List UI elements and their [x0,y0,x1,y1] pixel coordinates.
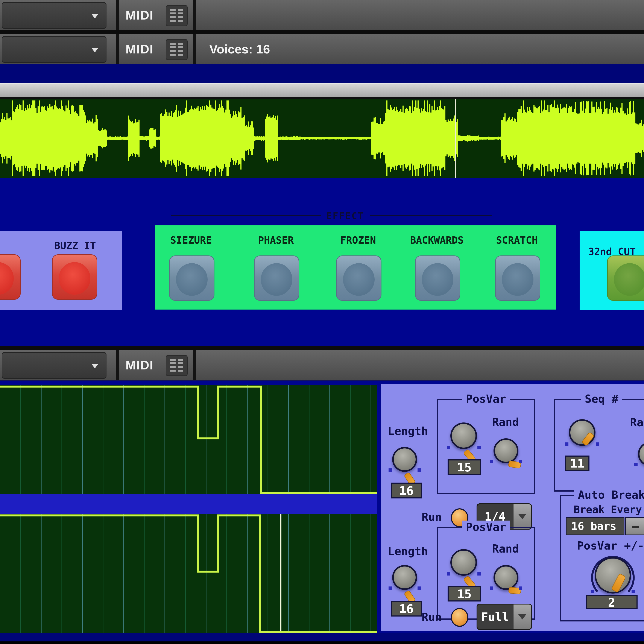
waveform-display[interactable] [0,99,644,178]
effect-group-title: EFFECT [327,211,364,221]
preset-dropdown-3[interactable] [2,352,106,379]
host-bar-1: MIDI [0,0,644,30]
rand-label-top: Rand [492,416,519,428]
dropdown-arrow-button[interactable] [513,605,531,629]
legend-line [171,215,321,216]
break-every-label: Break Every [574,503,642,515]
cut-button[interactable] [607,255,644,301]
run-label-top: Run [420,510,444,523]
midi-activity-icon[interactable] [166,355,188,376]
cut-panel: 32nd CUT [580,231,644,310]
midi-activity-icon[interactable] [166,39,188,60]
preset-dropdown-1[interactable] [2,2,106,29]
midi-grid-column [170,9,176,23]
length-value-top: 16 [391,483,422,498]
rand-label-bottom: Rand [492,542,519,555]
length-value-bottom: 16 [391,601,422,617]
posvar-title-bottom: PosVar [462,521,510,533]
length-label-top: Length [386,425,429,437]
siezure-label: SIEZURE [155,234,228,246]
seq-title: Seq # [581,392,622,405]
run-rate-dropdown-bottom[interactable]: Full [477,604,532,630]
effect-panel: SIEZURE PHASER FROZEN BACKWARDS SCRATCH [155,225,556,310]
bar-separator [0,30,644,34]
bar-separator [0,346,644,350]
length-label-bottom: Length [386,545,429,558]
posvar-title-top: PosVar [462,392,510,405]
buzz-it-button[interactable] [52,254,97,300]
seq-value: 11 [565,456,589,471]
divider [193,34,196,64]
posvar-knob-bottom[interactable] [450,549,477,576]
midi-label-2: MIDI [123,34,156,64]
plugin-window: { "bar1": {"midi_label": "MIDI"}, "bar2"… [0,0,644,644]
preset-dropdown-2[interactable] [2,36,106,63]
waveform-playhead [455,99,456,178]
buzz-it-label: BUZZ IT [39,240,112,251]
growl-button[interactable] [0,254,21,300]
backwards-button[interactable] [415,255,460,301]
scratch-label: SCRATCH [480,234,553,246]
posvar-knob-top[interactable] [450,422,477,449]
phaser-label: PHASER [239,234,312,246]
grid-gap [0,494,377,514]
posvar-pm-value: 2 [586,595,638,609]
growl-label-partial: WL [0,240,14,251]
seq-knob[interactable] [569,419,595,446]
phaser-button[interactable] [254,255,299,301]
posvar-value-top: 15 [448,459,481,475]
collapsed-pane-bar [0,83,644,99]
chevron-down-icon [91,14,99,18]
midi-grid-column [170,359,176,372]
trigger-panel-left: WL BUZZ IT [0,231,122,310]
chevron-down-icon [91,48,99,52]
backwards-label: BACKWARDS [400,234,473,246]
midi-grid-column [178,43,183,56]
voices-count: Voices: 16 [209,34,270,64]
midi-grid-column [178,9,183,23]
midi-grid-column [170,43,176,56]
divider [116,34,119,64]
auto-break-title: Auto Break [574,488,644,501]
chevron-down-icon [518,614,527,620]
host-bar-3: MIDI [0,350,644,381]
dropdown-arrow-button[interactable] [513,504,531,529]
step-sequencer-2[interactable] [0,514,377,633]
effect-group-legend: EFFECT [171,210,492,222]
run-label-bottom: Run [420,611,444,624]
run-rate-value-bottom: Full [477,605,513,629]
rand-knob-top[interactable] [494,438,518,463]
knob-pointer-icon [508,587,521,594]
legend-line [370,215,492,216]
siezure-button[interactable] [169,255,214,301]
chevron-down-icon [518,514,527,519]
navy-band [0,64,644,83]
rand-knob-bottom[interactable] [494,565,518,590]
divider [116,0,119,30]
midi-activity-icon[interactable] [166,5,188,26]
chevron-down-icon [91,364,99,368]
window-edge [0,641,644,644]
scratch-button[interactable] [495,255,540,301]
break-every-arrow-button[interactable]: – [625,517,644,535]
seq-rand-label: Rand [630,416,644,429]
length-knob-top[interactable] [392,447,417,472]
dash-icon: – [632,519,639,533]
posvar-value-bottom: 15 [448,586,481,601]
divider [193,0,196,30]
divider [116,350,119,380]
posvar-pm-knob[interactable] [595,557,631,594]
midi-grid-column [178,359,183,372]
length-knob-bottom[interactable] [392,565,417,590]
host-bar-2: MIDI Voices: 16 [0,34,644,64]
divider [193,350,196,380]
break-every-dropdown[interactable]: 16 bars [566,517,624,535]
knob-pointer-icon [611,573,626,593]
frozen-label: FROZEN [322,234,395,246]
run-led-bottom[interactable] [451,608,468,627]
break-every-value: 16 bars [571,520,617,532]
midi-label-1: MIDI [123,0,156,30]
navy-band [0,633,644,641]
frozen-button[interactable] [336,255,381,301]
step-sequencer-1[interactable] [0,385,377,494]
